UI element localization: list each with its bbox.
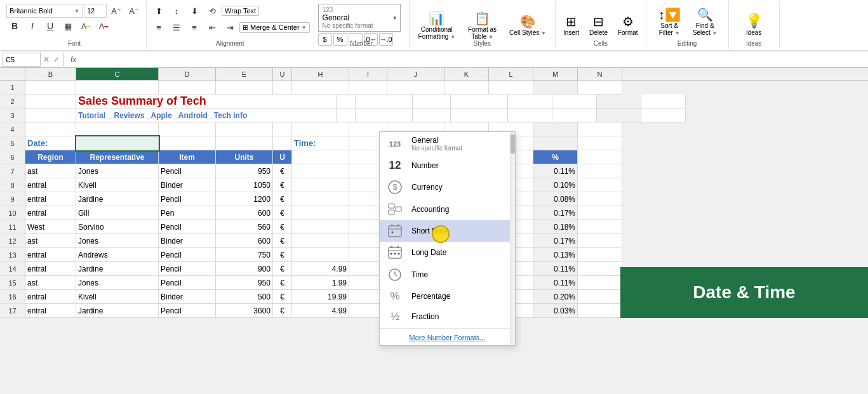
cell-c8[interactable]: Kivell xyxy=(76,178,159,192)
cell-e8[interactable]: 1050 xyxy=(216,178,273,192)
cell-b7[interactable]: ast xyxy=(25,164,76,178)
cell-m12[interactable]: 0.17% xyxy=(533,234,578,248)
col-header-h[interactable]: H xyxy=(292,68,349,80)
text-direction-button[interactable]: ⟲ xyxy=(204,4,220,18)
cell-l1[interactable] xyxy=(489,81,533,95)
name-box[interactable]: C5 xyxy=(3,53,41,67)
align-right-button[interactable]: ≡ xyxy=(186,20,203,34)
cell-i1[interactable] xyxy=(349,81,387,95)
insert-button[interactable]: ⊞ Insert xyxy=(559,11,583,39)
increase-indent-button[interactable]: ⇥ xyxy=(222,20,238,34)
cell-b4[interactable] xyxy=(25,122,76,136)
cell-c3-subtitle[interactable]: Tutorial _ Reviews _Apple _Android _Tech… xyxy=(76,108,337,122)
cell-h7[interactable] xyxy=(292,164,349,178)
cell-n7[interactable] xyxy=(578,164,622,178)
cell-m17[interactable]: 0.03% xyxy=(533,304,578,318)
row-num-17[interactable]: 17 xyxy=(0,304,25,318)
cell-b17[interactable]: entral xyxy=(25,304,76,318)
row-num-4[interactable]: 4 xyxy=(0,122,25,136)
cell-c16[interactable]: Kivell xyxy=(76,290,159,304)
cell-e6-units[interactable]: Units xyxy=(216,150,273,164)
cell-u5-time[interactable] xyxy=(273,136,292,150)
cell-h4[interactable] xyxy=(292,122,349,136)
cell-h1[interactable] xyxy=(292,81,349,95)
cell-c1[interactable] xyxy=(76,81,159,95)
sort-filter-button[interactable]: ↕🔽 Sort &Filter ▼ xyxy=(653,4,686,39)
dropdown-scrollbar[interactable] xyxy=(510,132,515,345)
cell-d14[interactable]: Pencil xyxy=(159,262,216,276)
font-size-decrease-btn[interactable]: A⁻ xyxy=(126,4,142,18)
cell-u16[interactable]: € xyxy=(273,290,292,304)
cell-e5[interactable] xyxy=(216,136,273,150)
row-num-1[interactable]: 1 xyxy=(0,81,25,95)
row-num-9[interactable]: 9 xyxy=(0,192,25,206)
cell-u1[interactable] xyxy=(273,81,292,95)
col-header-c[interactable]: C xyxy=(76,68,159,80)
row-num-2[interactable]: 2 xyxy=(0,95,25,108)
cell-b9[interactable]: entral xyxy=(25,192,76,206)
cell-h11[interactable] xyxy=(292,220,349,234)
cell-b5-date[interactable]: Date: xyxy=(25,136,76,150)
font-color-button[interactable]: A▬ xyxy=(95,19,112,33)
dropdown-item-short-date[interactable]: Short Date xyxy=(380,220,515,242)
cell-e15[interactable]: 950 xyxy=(216,276,273,290)
wrap-text-button[interactable]: Wrap Text xyxy=(222,6,259,16)
row-num-5[interactable]: 5 xyxy=(0,136,25,150)
cell-b6-region[interactable]: Region xyxy=(25,150,76,164)
cell-m11[interactable]: 0.18% xyxy=(533,220,578,234)
cell-n2[interactable] xyxy=(641,95,686,108)
cell-u17[interactable]: € xyxy=(273,304,292,318)
cell-m4[interactable] xyxy=(533,122,578,136)
cell-b3[interactable] xyxy=(25,108,76,122)
fill-color-button[interactable]: A▬ xyxy=(77,19,94,33)
cell-b2[interactable] xyxy=(25,95,76,108)
dropdown-item-fraction[interactable]: ½ Fraction xyxy=(380,306,515,327)
cell-d17[interactable]: Pencil xyxy=(159,304,216,318)
formula-cancel-icon[interactable]: ✕ xyxy=(43,55,50,64)
col-header-b[interactable]: B xyxy=(25,68,76,80)
cell-b11[interactable]: West xyxy=(25,220,76,234)
cell-d13[interactable]: Pencil xyxy=(159,248,216,262)
cell-c11[interactable]: Sorvino xyxy=(76,220,159,234)
dropdown-item-general[interactable]: 123 General No specific format xyxy=(380,132,515,155)
cell-m8[interactable]: 0.10% xyxy=(533,178,578,192)
dropdown-item-number[interactable]: 12 Number xyxy=(380,155,515,176)
cell-h6[interactable] xyxy=(292,150,349,164)
font-name-dropdown[interactable]: Britannic Bold ▼ xyxy=(6,4,83,18)
col-header-i[interactable]: I xyxy=(349,68,387,80)
row-num-3[interactable]: 3 xyxy=(0,108,25,122)
cell-h13[interactable] xyxy=(292,248,349,262)
cell-e13[interactable]: 750 xyxy=(216,248,273,262)
cell-i2[interactable] xyxy=(413,95,451,108)
cell-c9[interactable]: Jardine xyxy=(76,192,159,206)
col-header-n[interactable]: N xyxy=(578,68,622,80)
cell-e14[interactable]: 900 xyxy=(216,262,273,276)
align-left-button[interactable]: ≡ xyxy=(150,20,167,34)
cell-n5[interactable] xyxy=(578,136,622,150)
cell-m5[interactable] xyxy=(533,136,578,150)
cell-c14[interactable]: Jardine xyxy=(76,262,159,276)
col-header-e[interactable]: E xyxy=(216,68,273,80)
align-middle-button[interactable]: ↕ xyxy=(168,4,185,18)
cell-h3[interactable] xyxy=(356,108,413,122)
cell-c13[interactable]: Andrews xyxy=(76,248,159,262)
cell-c12[interactable]: Jones xyxy=(76,234,159,248)
format-as-table-button[interactable]: 📋 Format asTable ▼ xyxy=(463,8,502,43)
cell-h2[interactable] xyxy=(356,95,413,108)
cell-h12[interactable] xyxy=(292,234,349,248)
formula-confirm-icon[interactable]: ✓ xyxy=(53,55,60,64)
cell-u4[interactable] xyxy=(273,122,292,136)
cell-m10[interactable]: 0.17% xyxy=(533,206,578,220)
cell-n8[interactable] xyxy=(578,178,622,192)
ideas-button[interactable]: 💡 Ideas xyxy=(735,10,773,39)
cell-u15[interactable]: € xyxy=(273,276,292,290)
styles-section-label[interactable]: Styles xyxy=(410,40,555,47)
cell-c2-title[interactable]: Sales Summary of Tech xyxy=(76,95,337,108)
cell-b12[interactable]: ast xyxy=(25,234,76,248)
formula-input[interactable] xyxy=(80,55,865,64)
cell-e11[interactable]: 560 xyxy=(216,220,273,234)
align-center-button[interactable]: ☰ xyxy=(168,20,185,34)
cell-h15[interactable]: 1.99 xyxy=(292,276,349,290)
cell-n13[interactable] xyxy=(578,248,622,262)
cell-l3[interactable] xyxy=(552,108,597,122)
